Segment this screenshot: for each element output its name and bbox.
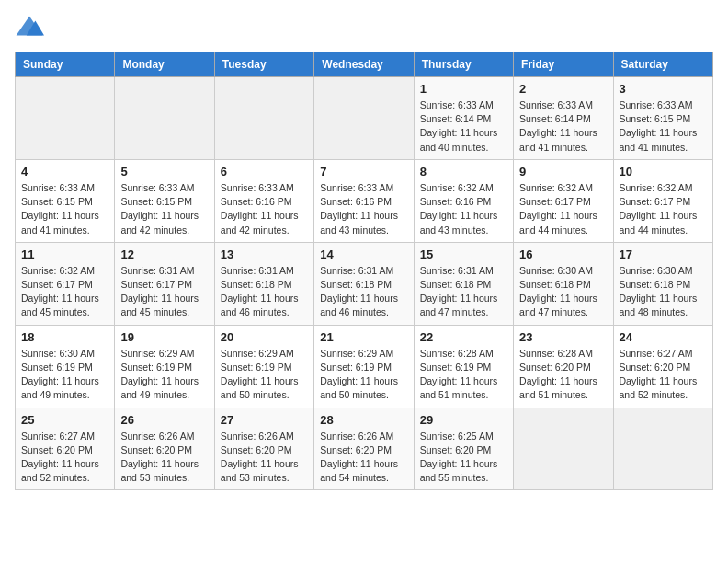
day-number: 7 [320, 165, 407, 178]
calendar-cell: 1Sunrise: 6:33 AM Sunset: 6:14 PM Daylig… [414, 77, 513, 160]
day-info: Sunrise: 6:33 AM Sunset: 6:14 PM Dayligh… [420, 98, 507, 155]
day-info: Sunrise: 6:27 AM Sunset: 6:20 PM Dayligh… [620, 347, 707, 403]
calendar-cell: 12Sunrise: 6:31 AM Sunset: 6:17 PM Dayli… [115, 242, 214, 325]
calendar-cell: 6Sunrise: 6:33 AM Sunset: 6:16 PM Daylig… [214, 159, 313, 242]
day-number: 29 [420, 413, 507, 427]
calendar-cell: 26Sunrise: 6:26 AM Sunset: 6:20 PM Dayli… [115, 408, 214, 490]
day-number: 20 [221, 330, 308, 344]
calendar-cell: 15Sunrise: 6:31 AM Sunset: 6:18 PM Dayli… [414, 242, 513, 325]
calendar-cell [613, 408, 712, 490]
page-header [15, 15, 713, 40]
col-header-tuesday: Tuesday [214, 52, 313, 77]
day-info: Sunrise: 6:25 AM Sunset: 6:20 PM Dayligh… [420, 430, 507, 486]
calendar-cell: 29Sunrise: 6:25 AM Sunset: 6:20 PM Dayli… [414, 408, 513, 490]
day-info: Sunrise: 6:29 AM Sunset: 6:19 PM Dayligh… [221, 347, 308, 403]
calendar-cell: 14Sunrise: 6:31 AM Sunset: 6:18 PM Dayli… [314, 242, 414, 325]
calendar-cell: 28Sunrise: 6:26 AM Sunset: 6:20 PM Dayli… [314, 408, 414, 490]
day-info: Sunrise: 6:26 AM Sunset: 6:20 PM Dayligh… [120, 430, 208, 486]
day-number: 4 [21, 165, 108, 178]
calendar-cell: 13Sunrise: 6:31 AM Sunset: 6:18 PM Dayli… [214, 242, 313, 325]
day-number: 24 [620, 330, 707, 344]
day-info: Sunrise: 6:31 AM Sunset: 6:18 PM Dayligh… [420, 264, 507, 320]
day-info: Sunrise: 6:28 AM Sunset: 6:20 PM Dayligh… [519, 347, 607, 403]
col-header-monday: Monday [115, 52, 214, 77]
calendar-cell: 23Sunrise: 6:28 AM Sunset: 6:20 PM Dayli… [514, 325, 613, 408]
calendar-cell [314, 77, 414, 160]
calendar-cell: 10Sunrise: 6:32 AM Sunset: 6:17 PM Dayli… [613, 159, 712, 242]
calendar-cell [16, 77, 115, 160]
day-info: Sunrise: 6:31 AM Sunset: 6:18 PM Dayligh… [221, 264, 308, 320]
calendar-cell: 5Sunrise: 6:33 AM Sunset: 6:15 PM Daylig… [115, 159, 214, 242]
col-header-thursday: Thursday [414, 52, 513, 77]
day-number: 2 [519, 82, 607, 96]
day-number: 26 [120, 413, 208, 427]
day-number: 15 [420, 247, 507, 261]
day-info: Sunrise: 6:33 AM Sunset: 6:16 PM Dayligh… [320, 181, 407, 237]
calendar-cell: 24Sunrise: 6:27 AM Sunset: 6:20 PM Dayli… [613, 325, 712, 408]
day-number: 5 [120, 165, 208, 178]
day-info: Sunrise: 6:26 AM Sunset: 6:20 PM Dayligh… [320, 430, 407, 486]
col-header-sunday: Sunday [16, 52, 115, 77]
calendar-cell: 18Sunrise: 6:30 AM Sunset: 6:19 PM Dayli… [16, 325, 115, 408]
day-info: Sunrise: 6:26 AM Sunset: 6:20 PM Dayligh… [221, 430, 308, 486]
calendar-cell: 2Sunrise: 6:33 AM Sunset: 6:14 PM Daylig… [514, 77, 613, 160]
day-number: 14 [320, 247, 407, 261]
calendar-cell: 16Sunrise: 6:30 AM Sunset: 6:18 PM Dayli… [514, 242, 613, 325]
day-info: Sunrise: 6:32 AM Sunset: 6:17 PM Dayligh… [620, 181, 707, 237]
day-info: Sunrise: 6:30 AM Sunset: 6:18 PM Dayligh… [519, 264, 607, 320]
col-header-wednesday: Wednesday [314, 52, 414, 77]
day-number: 12 [120, 247, 208, 261]
day-number: 18 [21, 330, 108, 344]
calendar-cell: 19Sunrise: 6:29 AM Sunset: 6:19 PM Dayli… [115, 325, 214, 408]
day-info: Sunrise: 6:32 AM Sunset: 6:17 PM Dayligh… [21, 264, 108, 320]
calendar-cell: 17Sunrise: 6:30 AM Sunset: 6:18 PM Dayli… [613, 242, 712, 325]
day-info: Sunrise: 6:29 AM Sunset: 6:19 PM Dayligh… [120, 347, 208, 403]
day-number: 16 [519, 247, 607, 261]
day-number: 13 [221, 247, 308, 261]
calendar-cell [115, 77, 214, 160]
day-number: 23 [519, 330, 607, 344]
day-number: 1 [420, 82, 507, 96]
calendar-cell [514, 408, 613, 490]
logo [15, 15, 48, 40]
day-number: 3 [620, 82, 707, 96]
day-info: Sunrise: 6:33 AM Sunset: 6:15 PM Dayligh… [620, 98, 707, 155]
calendar-cell: 11Sunrise: 6:32 AM Sunset: 6:17 PM Dayli… [16, 242, 115, 325]
calendar-cell: 21Sunrise: 6:29 AM Sunset: 6:19 PM Dayli… [314, 325, 414, 408]
day-info: Sunrise: 6:33 AM Sunset: 6:14 PM Dayligh… [519, 98, 607, 155]
day-number: 17 [620, 247, 707, 261]
day-number: 22 [420, 330, 507, 344]
day-info: Sunrise: 6:31 AM Sunset: 6:17 PM Dayligh… [120, 264, 208, 320]
calendar-cell: 25Sunrise: 6:27 AM Sunset: 6:20 PM Dayli… [16, 408, 115, 490]
logo-icon [15, 15, 44, 40]
calendar-cell: 22Sunrise: 6:28 AM Sunset: 6:19 PM Dayli… [414, 325, 513, 408]
calendar-cell: 3Sunrise: 6:33 AM Sunset: 6:15 PM Daylig… [613, 77, 712, 160]
day-info: Sunrise: 6:33 AM Sunset: 6:15 PM Dayligh… [120, 181, 208, 237]
calendar-cell: 4Sunrise: 6:33 AM Sunset: 6:15 PM Daylig… [16, 159, 115, 242]
day-info: Sunrise: 6:33 AM Sunset: 6:15 PM Dayligh… [21, 181, 108, 237]
day-number: 9 [519, 165, 607, 178]
day-info: Sunrise: 6:31 AM Sunset: 6:18 PM Dayligh… [320, 264, 407, 320]
day-number: 28 [320, 413, 407, 427]
day-number: 25 [21, 413, 108, 427]
day-number: 11 [21, 247, 108, 261]
day-number: 6 [221, 165, 308, 178]
calendar-cell: 7Sunrise: 6:33 AM Sunset: 6:16 PM Daylig… [314, 159, 414, 242]
day-info: Sunrise: 6:27 AM Sunset: 6:20 PM Dayligh… [21, 430, 108, 486]
day-number: 21 [320, 330, 407, 344]
col-header-saturday: Saturday [613, 52, 712, 77]
calendar-table: SundayMondayTuesdayWednesdayThursdayFrid… [15, 52, 713, 490]
day-info: Sunrise: 6:32 AM Sunset: 6:16 PM Dayligh… [420, 181, 507, 237]
day-number: 10 [620, 165, 707, 178]
calendar-cell: 9Sunrise: 6:32 AM Sunset: 6:17 PM Daylig… [514, 159, 613, 242]
day-info: Sunrise: 6:29 AM Sunset: 6:19 PM Dayligh… [320, 347, 407, 403]
day-info: Sunrise: 6:33 AM Sunset: 6:16 PM Dayligh… [221, 181, 308, 237]
day-number: 27 [221, 413, 308, 427]
day-info: Sunrise: 6:32 AM Sunset: 6:17 PM Dayligh… [519, 181, 607, 237]
calendar-cell: 27Sunrise: 6:26 AM Sunset: 6:20 PM Dayli… [214, 408, 313, 490]
calendar-cell: 8Sunrise: 6:32 AM Sunset: 6:16 PM Daylig… [414, 159, 513, 242]
calendar-cell [214, 77, 313, 160]
day-info: Sunrise: 6:30 AM Sunset: 6:19 PM Dayligh… [21, 347, 108, 403]
day-number: 8 [420, 165, 507, 178]
calendar-cell: 20Sunrise: 6:29 AM Sunset: 6:19 PM Dayli… [214, 325, 313, 408]
